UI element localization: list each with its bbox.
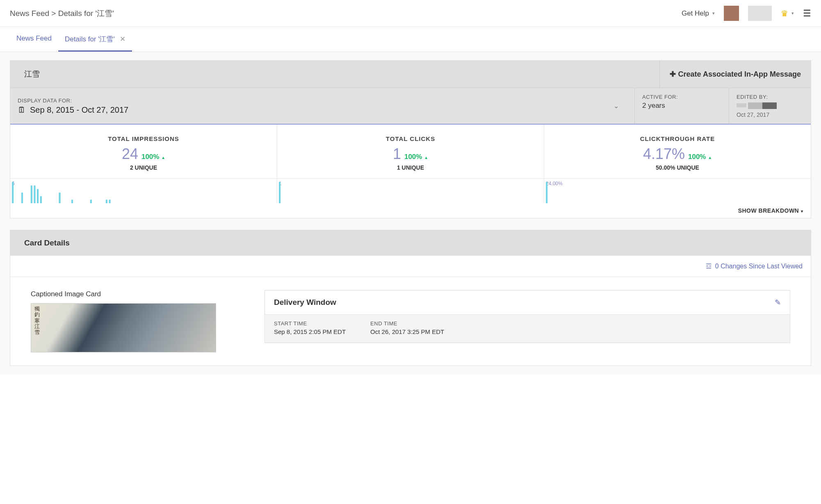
create-message-label: Create Associated In-App Message: [678, 70, 801, 79]
svg-rect-3: [34, 186, 35, 203]
metric-label: TOTAL CLICKS: [277, 135, 544, 142]
create-message-button[interactable]: ✚ Create Associated In-App Message: [659, 61, 811, 88]
metric-pct: 100%: [404, 153, 422, 161]
sparkline-clicks: 1: [277, 179, 544, 203]
svg-rect-9: [106, 200, 107, 203]
changes-since-viewed[interactable]: ☲ 0 Changes Since Last Viewed: [10, 256, 811, 277]
tabs-bar: News Feed Details for '江雪' ✕: [0, 27, 821, 52]
breakdown-label: SHOW BREAKDOWN: [738, 207, 799, 214]
metric-pct: 100%: [141, 153, 159, 161]
metric-sub: 1 UNIQUE: [277, 164, 544, 171]
spark-chart: [279, 182, 467, 203]
svg-rect-2: [31, 186, 32, 203]
chevron-down-icon: ▾: [712, 11, 715, 16]
start-time-value: Sep 8, 2015 2:05 PM EDT: [274, 328, 346, 335]
active-for-value: 2 years: [642, 102, 721, 110]
svg-rect-8: [90, 200, 92, 203]
metric-pct: 100%: [688, 153, 706, 161]
hamburger-menu[interactable]: ☰: [803, 8, 811, 19]
tab-news-feed[interactable]: News Feed: [10, 27, 58, 52]
metric-label: TOTAL IMPRESSIONS: [10, 135, 277, 142]
svg-rect-11: [279, 182, 281, 203]
chevron-down-icon: ▾: [791, 11, 794, 16]
metric-value: 4.17%: [643, 145, 685, 163]
svg-rect-5: [40, 196, 42, 203]
edit-icon[interactable]: ✎: [775, 298, 781, 307]
changes-label: 0 Changes Since Last Viewed: [715, 263, 803, 270]
avatar[interactable]: [724, 6, 739, 21]
end-time-value: Oct 26, 2017 3:25 PM EDT: [370, 328, 444, 335]
metric-sub: 50.00% UNIQUE: [544, 164, 811, 171]
show-breakdown-toggle[interactable]: SHOW BREAKDOWN ▾: [10, 203, 811, 218]
calendar-icon: 🗓: [18, 105, 26, 115]
metric-sub: 2 UNIQUE: [10, 164, 277, 171]
card-preview-image: 獨釣寒江雪: [31, 303, 216, 352]
up-arrow-icon: ▲: [424, 155, 428, 160]
spark-chart: [12, 182, 200, 203]
metric-clicks: TOTAL CLICKS 1 100% ▲ 1 UNIQUE: [277, 125, 544, 178]
svg-rect-4: [37, 189, 39, 203]
edited-by-label: EDITED BY:: [737, 94, 803, 100]
up-arrow-icon: ▲: [161, 155, 165, 160]
metric-impressions: TOTAL IMPRESSIONS 24 100% ▲ 2 UNIQUE: [10, 125, 277, 178]
metric-label: CLICKTHROUGH RATE: [544, 135, 811, 142]
plus-icon: ✚: [670, 70, 676, 79]
sparkline-ctr: 24.00%: [544, 179, 811, 203]
caret-down-icon: ▾: [800, 209, 803, 213]
editor-name: [748, 102, 777, 109]
close-icon[interactable]: ✕: [120, 35, 125, 43]
editor-avatar: [737, 103, 746, 107]
tab-label: Details for '江雪': [65, 35, 115, 43]
card-details-header: Card Details: [10, 230, 811, 256]
breadcrumb: News Feed > Details for '江雪': [10, 8, 114, 19]
svg-rect-6: [59, 193, 60, 203]
date-range-picker[interactable]: DISPLAY DATA FOR: 🗓 Sep 8, 2015 - Oct 27…: [10, 88, 634, 124]
workspace-logo[interactable]: [748, 6, 772, 21]
svg-rect-10: [109, 200, 110, 203]
delivery-window-title: Delivery Window: [274, 298, 336, 307]
active-for-label: ACTIVE FOR:: [642, 94, 721, 100]
svg-rect-0: [12, 182, 14, 203]
end-time-label: END TIME: [370, 320, 444, 327]
get-help-label: Get Help: [682, 9, 709, 18]
up-arrow-icon: ▲: [708, 155, 712, 160]
metric-ctr: CLICKTHROUGH RATE 4.17% 100% ▲ 50.00% UN…: [544, 125, 811, 178]
start-time-label: START TIME: [274, 320, 346, 327]
svg-rect-12: [546, 182, 547, 203]
date-range-value: Sep 8, 2015 - Oct 27, 2017: [30, 105, 128, 115]
card-type-label: Captioned Image Card: [31, 290, 228, 298]
svg-rect-1: [21, 193, 23, 203]
metric-value: 24: [122, 145, 138, 163]
chevron-down-icon: ⌄: [613, 102, 627, 110]
get-help-dropdown[interactable]: Get Help ▾: [682, 9, 715, 18]
spark-chart: [546, 182, 734, 203]
list-icon: ☲: [706, 263, 712, 270]
crown-icon: ♛: [781, 9, 788, 18]
date-range-label: DISPLAY DATA FOR:: [18, 98, 128, 104]
page-title: 江雪: [10, 61, 54, 88]
tab-details[interactable]: Details for '江雪' ✕: [58, 27, 132, 52]
sparkline-impressions: 6: [10, 179, 277, 203]
edited-date: Oct 27, 2017: [737, 111, 803, 118]
svg-rect-7: [71, 200, 73, 203]
metric-value: 1: [393, 145, 401, 163]
crown-menu[interactable]: ♛ ▾: [781, 9, 794, 18]
